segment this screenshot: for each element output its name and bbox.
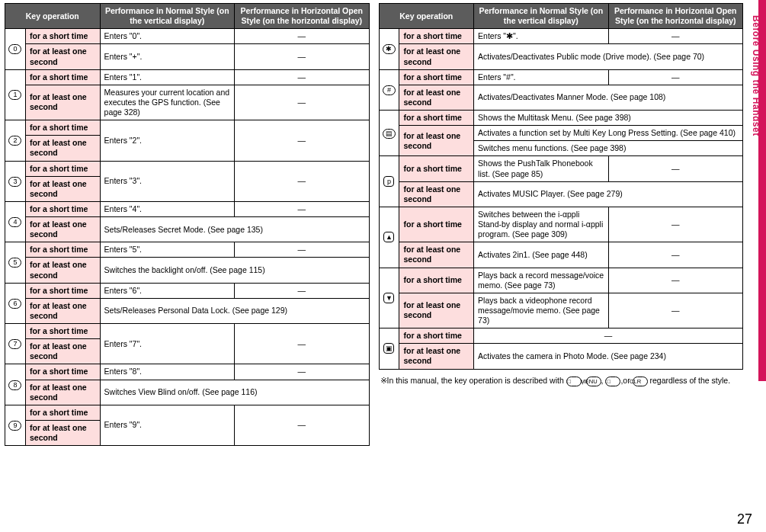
footnote: ※In this manual, the key operation is de…	[380, 376, 742, 386]
note-key-icon: CLR	[633, 377, 648, 386]
desc: Shows the Multitask Menu. (See page 398)	[474, 111, 743, 126]
key-icon: 7	[5, 324, 26, 364]
desc: Shows the PushTalk Phonebook list. (See …	[474, 156, 608, 181]
section-tab: Before Using the Handset	[751, 15, 761, 136]
duration: for at least one second	[25, 420, 100, 445]
note-key-icon: □	[605, 377, 620, 386]
desc: Enters "+".	[100, 44, 234, 69]
desc-h: —	[235, 242, 370, 258]
desc: Enters "4".	[100, 201, 234, 216]
desc: Plays back a videophone record message/m…	[474, 293, 608, 328]
desc-h: —	[235, 44, 370, 69]
desc: Switches between the i-αppli Stand-by di…	[474, 207, 608, 242]
th-key: Key operation	[379, 4, 474, 29]
duration: for at least one second	[399, 344, 474, 369]
desc: Switches the backlight on/off. (See page…	[100, 258, 369, 283]
desc-h: —	[608, 207, 743, 242]
desc: Activates/Deactivates Manner Mode. (See …	[474, 85, 743, 110]
duration: for at least one second	[399, 293, 474, 328]
th-vert: Performance in Normal Style (on the vert…	[100, 4, 234, 29]
desc: Sets/Releases Secret Mode. (See page 135…	[100, 217, 369, 242]
duration: for a short time	[25, 242, 100, 258]
desc: Enters "8".	[100, 364, 234, 380]
note-key-icon: □	[566, 377, 582, 386]
desc: Enters "1".	[100, 69, 234, 85]
duration: for a short time	[399, 69, 474, 85]
desc: Measures your current location and execu…	[100, 85, 234, 120]
right-table-container: Key operation Performance in Normal Styl…	[379, 3, 744, 446]
desc: Enters "3".	[100, 161, 234, 201]
desc: Enters "5".	[100, 242, 234, 258]
desc-h: —	[235, 85, 370, 120]
key-icon: 1	[5, 69, 26, 120]
duration: for a short time	[25, 324, 100, 339]
desc-h: —	[608, 242, 743, 268]
duration: for a short time	[25, 364, 100, 380]
note-key-icon: MENU	[586, 377, 601, 386]
desc-h: —	[608, 29, 743, 44]
desc: Enters "9".	[100, 405, 234, 445]
duration: for a short time	[25, 283, 100, 298]
desc-h: —	[235, 69, 370, 85]
desc: Sets/Releases Personal Data Lock. (See p…	[100, 298, 369, 323]
desc: Enters "#".	[474, 69, 608, 85]
desc: Activates MUSIC Player. (See page 279)	[474, 181, 743, 207]
duration: for a short time	[399, 328, 474, 344]
key-icon: 2	[5, 120, 26, 161]
desc: —	[474, 328, 743, 344]
duration: for at least one second	[399, 242, 474, 268]
duration: for at least one second	[25, 85, 100, 120]
duration: for a short time	[25, 120, 100, 136]
key-icon: p	[379, 156, 399, 207]
key-icon: 8	[5, 364, 26, 405]
key-icon: ▣	[379, 328, 399, 369]
desc: Enters "✱".	[474, 29, 608, 44]
left-table: Key operation Performance in Normal Styl…	[5, 3, 370, 446]
duration: for a short time	[25, 161, 100, 176]
key-icon: 0	[5, 29, 26, 69]
duration: for a short time	[399, 29, 474, 44]
desc: Enters "7".	[100, 324, 234, 364]
page-number: 27	[737, 511, 752, 527]
desc: Activates 2in1. (See page 448)	[474, 242, 608, 268]
th-key: Key operation	[5, 4, 101, 29]
duration: for a short time	[25, 405, 100, 420]
desc-h: —	[608, 69, 743, 85]
desc: Switches View Blind on/off. (See page 11…	[100, 380, 369, 405]
key-icon: 3	[5, 161, 26, 201]
key-icon: ▤	[379, 111, 399, 156]
key-icon: ▼	[379, 268, 399, 328]
key-icon: ▲	[379, 207, 399, 268]
right-table: Key operation Performance in Normal Styl…	[379, 3, 744, 370]
duration: for at least one second	[25, 217, 100, 242]
desc-h: —	[235, 201, 370, 216]
key-icon: 9	[5, 405, 26, 445]
desc: Activates a function set by Multi Key Lo…	[474, 126, 743, 141]
desc-h: —	[235, 29, 370, 44]
duration: for at least one second	[25, 298, 100, 323]
duration: for at least one second	[25, 44, 100, 69]
desc: Switches menu functions. (See page 398)	[474, 141, 743, 156]
duration: for a short time	[399, 111, 474, 126]
key-icon: 5	[5, 242, 26, 283]
duration: for at least one second	[399, 85, 474, 110]
desc: Activates/Deactivates Public mode (Drive…	[474, 44, 743, 69]
desc: Enters "0".	[100, 29, 234, 44]
key-icon: 6	[5, 283, 26, 323]
duration: for at least one second	[399, 44, 474, 69]
duration: for a short time	[25, 201, 100, 216]
duration: for a short time	[25, 69, 100, 85]
desc: Plays back a record message/voice memo. …	[474, 268, 608, 293]
duration: for at least one second	[399, 126, 474, 156]
desc-h: —	[235, 161, 370, 201]
duration: for a short time	[399, 268, 474, 293]
th-vert: Performance in Normal Style (on the vert…	[474, 4, 608, 29]
th-horiz: Performance in Horizontal Open Style (on…	[608, 4, 743, 29]
desc: Activates the camera in Photo Mode. (See…	[474, 344, 743, 369]
desc-h: —	[235, 120, 370, 161]
duration: for at least one second	[25, 380, 100, 405]
key-icon: 4	[5, 201, 26, 242]
duration: for at least one second	[25, 136, 100, 161]
key-icon: #	[379, 69, 399, 110]
desc-h: —	[608, 268, 743, 293]
